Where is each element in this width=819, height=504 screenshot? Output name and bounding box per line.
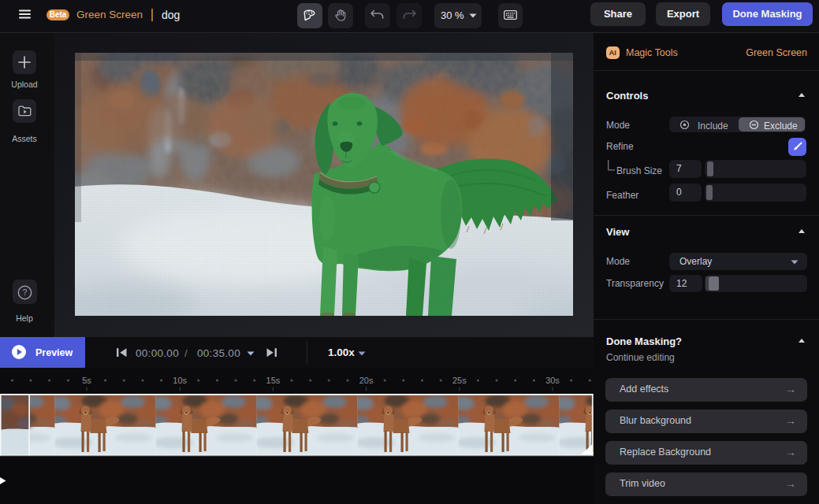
- svg-text:10s: 10s: [173, 376, 187, 385]
- svg-text:30s: 30s: [545, 376, 560, 385]
- svg-text:?: ?: [23, 287, 28, 297]
- svg-text:15s: 15s: [266, 376, 281, 385]
- svg-text:20s: 20s: [359, 376, 374, 385]
- svg-text:5s: 5s: [82, 376, 91, 385]
- svg-text:25s: 25s: [452, 376, 467, 385]
